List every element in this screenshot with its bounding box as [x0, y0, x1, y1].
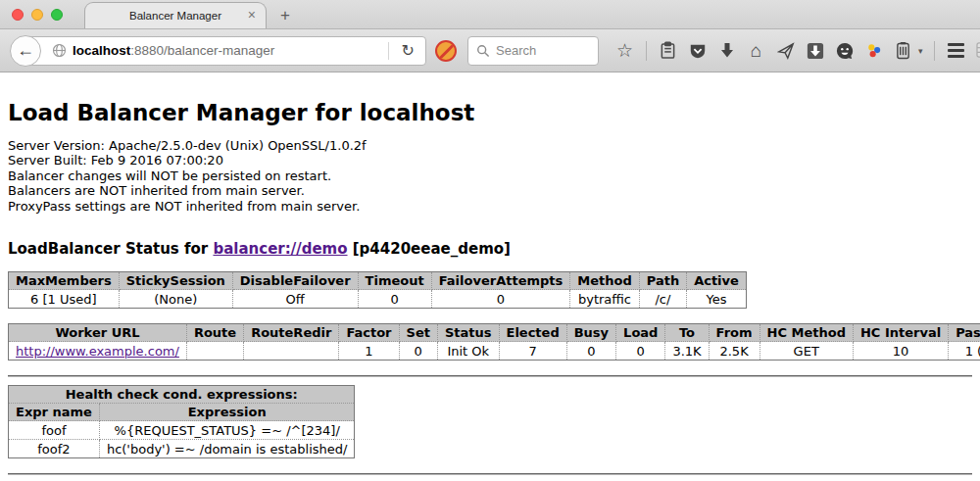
new-tab-button[interactable]: + [280, 6, 290, 25]
pocket-icon[interactable] [687, 40, 708, 62]
table-header-row: Expr name Expression [9, 404, 355, 421]
search-input[interactable]: Search [467, 36, 599, 66]
col-set: Set [399, 324, 437, 342]
cell-disablefailover: Off [232, 290, 358, 309]
status-suffix: [p4420eeae_demo] [348, 240, 511, 258]
balancer-demo-link[interactable]: balancer://demo [213, 240, 347, 258]
table-header-row: MaxMembers StickySession DisableFailover… [9, 272, 747, 290]
col-routeredir: RouteRedir [244, 324, 339, 342]
url-path: :8880/balancer-manager [130, 43, 274, 58]
col-failoverattempts: FailoverAttempts [431, 272, 570, 290]
tab-balancer-manager[interactable]: Balancer Manager × [84, 2, 267, 28]
health-table-title-row: Health check cond. expressions: [9, 386, 355, 404]
search-icon [476, 44, 490, 58]
site-identity-globe-icon[interactable] [52, 43, 67, 58]
worker-url-link[interactable]: http://www.example.com/ [16, 344, 179, 359]
col-passes: Passes [949, 324, 980, 342]
col-from: From [709, 324, 760, 342]
cell-busy: 0 [566, 342, 615, 361]
server-built-line: Server Built: Feb 9 2016 07:00:20 [8, 153, 972, 168]
url-bar[interactable]: localhost:8880/balancer-manager ↻ [25, 36, 426, 66]
home-icon[interactable]: ⌂ [746, 40, 766, 62]
cell-expression: hc('body') =~ /domain is established/ [99, 440, 355, 458]
status-prefix: LoadBalancer Status for [8, 240, 213, 258]
toolbar-icons: ☆ ⌂ ▾ [614, 40, 980, 62]
cell-maxmembers: 6 [1 Used] [9, 290, 120, 309]
table-row: foof2 hc('body') =~ /domain is establish… [9, 440, 355, 458]
chat-smiley-icon[interactable] [834, 40, 855, 62]
bookmark-star-icon[interactable]: ☆ [614, 40, 635, 62]
cell-active: Yes [687, 290, 747, 309]
col-worker-url: Worker URL [9, 324, 187, 342]
urlbar-divider [388, 42, 389, 60]
table-row: http://www.example.com/ 1 0 Init Ok 7 0 … [9, 342, 980, 361]
tab-close-icon[interactable]: × [248, 7, 256, 23]
col-disablefailover: DisableFailover [232, 272, 358, 290]
col-load: Load [616, 324, 665, 342]
server-version-line: Server Version: Apache/2.5.0-dev (Unix) … [8, 138, 972, 153]
container-extension-icon[interactable] [893, 40, 913, 62]
toolbar-divider [646, 41, 647, 61]
col-hc-method: HC Method [760, 324, 853, 342]
cell-set: 0 [399, 342, 437, 361]
col-busy: Busy [566, 324, 615, 342]
cell-passes: 1 (0) [949, 342, 980, 361]
col-expr-name: Expr name [9, 404, 100, 421]
cell-hc-interval: 10 [853, 342, 948, 361]
col-method: Method [570, 272, 639, 290]
close-window-button[interactable] [12, 9, 24, 21]
inherit-notice-line: Balancers are NOT inherited from main se… [8, 183, 972, 198]
col-path: Path [639, 272, 686, 290]
send-plane-icon[interactable] [775, 40, 796, 62]
window-titlebar: Balancer Manager × + [0, 0, 980, 29]
menu-icon[interactable] [946, 40, 966, 62]
maximize-window-button[interactable] [51, 9, 63, 21]
chevron-down-icon[interactable]: ▾ [918, 46, 923, 56]
proxypass-notice-line: ProxyPass settings are NOT inherited fro… [8, 199, 972, 214]
toolbar-divider [934, 41, 935, 61]
col-maxmembers: MaxMembers [9, 272, 120, 290]
window-controls [12, 9, 63, 21]
url-domain: localhost [73, 43, 130, 58]
table-header-row: Worker URL Route RouteRedir Factor Set S… [9, 324, 980, 342]
col-route: Route [186, 324, 243, 342]
search-placeholder: Search [496, 43, 536, 58]
navigation-toolbar: ← localhost:8880/balancer-manager ↻ Sear… [0, 29, 980, 72]
cell-stickysession: (None) [119, 290, 232, 309]
downloads-icon[interactable] [716, 40, 737, 62]
col-stickysession: StickySession [119, 272, 232, 290]
cell-to: 3.1K [665, 342, 709, 361]
cell-hc-method: GET [760, 342, 853, 361]
cell-elected: 7 [499, 342, 566, 361]
section-divider [8, 375, 972, 377]
page-title: Load Balancer Manager for localhost [8, 100, 972, 125]
cell-worker-url: http://www.example.com/ [9, 342, 187, 361]
cell-expr-name: foof [9, 421, 100, 440]
col-timeout: Timeout [358, 272, 431, 290]
health-table-title: Health check cond. expressions: [9, 386, 355, 404]
cell-expression: %{REQUEST_STATUS} =~ /^[234]/ [99, 421, 355, 440]
url-group: ← localhost:8880/balancer-manager ↻ [10, 36, 426, 66]
tab-groups-icon[interactable] [975, 40, 980, 62]
colored-dots-extension-icon[interactable] [863, 40, 884, 62]
cell-load: 0 [616, 342, 665, 361]
back-button[interactable]: ← [10, 35, 41, 67]
url-text[interactable]: localhost:8880/balancer-manager [73, 43, 382, 58]
cell-status: Init Ok [437, 342, 499, 361]
cell-routeredir [244, 342, 339, 361]
video-download-icon[interactable] [805, 40, 825, 62]
page-content: Load Balancer Manager for localhost Serv… [0, 72, 980, 481]
loadbalancer-status-heading: LoadBalancer Status for balancer://demo … [8, 240, 972, 258]
cell-expr-name: foof2 [9, 440, 100, 458]
minimize-window-button[interactable] [31, 9, 43, 21]
reload-button[interactable]: ↻ [395, 41, 421, 60]
plugin-blocked-icon[interactable] [435, 40, 457, 62]
cell-from: 2.5K [709, 342, 760, 361]
bookmarks-clipboard-icon[interactable] [658, 40, 678, 62]
persist-notice-line: Balancer changes will NOT be persisted o… [8, 168, 972, 183]
cell-route [186, 342, 243, 361]
table-row: foof %{REQUEST_STATUS} =~ /^[234]/ [9, 421, 355, 440]
col-hc-interval: HC Interval [853, 324, 948, 342]
cell-method: bytraffic [570, 290, 639, 309]
col-expression: Expression [99, 404, 355, 421]
